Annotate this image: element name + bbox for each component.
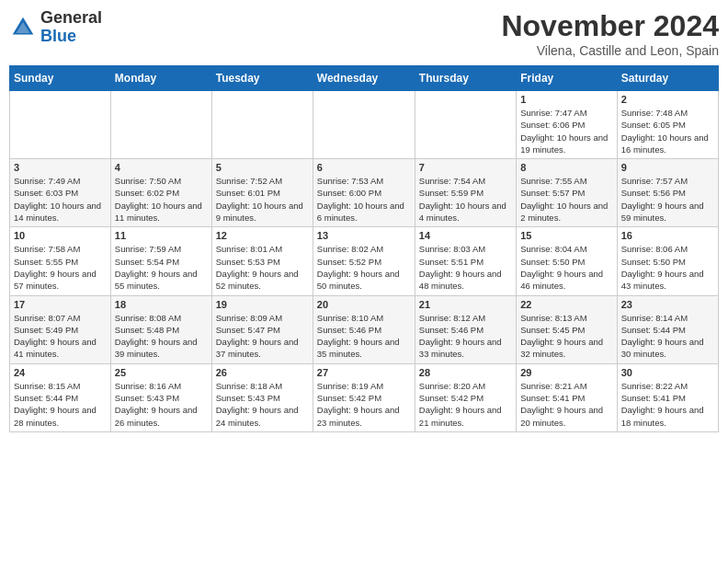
day-info: Sunrise: 8:15 AM Sunset: 5:44 PM Dayligh…	[14, 380, 107, 429]
calendar-day-cell: 19Sunrise: 8:09 AM Sunset: 5:47 PM Dayli…	[211, 295, 313, 363]
day-number: 14	[419, 230, 512, 241]
calendar-day-cell: 9Sunrise: 7:57 AM Sunset: 5:56 PM Daylig…	[617, 159, 718, 227]
calendar-day-cell: 13Sunrise: 8:02 AM Sunset: 5:52 PM Dayli…	[313, 227, 415, 295]
day-number: 9	[621, 162, 714, 173]
day-info: Sunrise: 8:22 AM Sunset: 5:41 PM Dayligh…	[621, 380, 714, 429]
location: Vilena, Castille and Leon, Spain	[501, 43, 719, 58]
day-number: 3	[14, 162, 107, 173]
title-block: November 2024 Vilena, Castille and Leon,…	[501, 9, 719, 58]
day-number: 28	[419, 367, 512, 378]
calendar-week-row: 3Sunrise: 7:49 AM Sunset: 6:03 PM Daylig…	[10, 159, 719, 227]
calendar-day-cell: 18Sunrise: 8:08 AM Sunset: 5:48 PM Dayli…	[110, 295, 211, 363]
calendar-week-row: 1Sunrise: 7:47 AM Sunset: 6:06 PM Daylig…	[10, 91, 719, 159]
day-number: 17	[14, 299, 107, 310]
day-info: Sunrise: 8:18 AM Sunset: 5:43 PM Dayligh…	[216, 380, 309, 429]
day-number: 24	[14, 367, 107, 378]
calendar-day-cell: 2Sunrise: 7:48 AM Sunset: 6:05 PM Daylig…	[617, 91, 718, 159]
day-number: 26	[216, 367, 309, 378]
day-number: 19	[216, 299, 309, 310]
calendar-day-cell: 22Sunrise: 8:13 AM Sunset: 5:45 PM Dayli…	[517, 295, 617, 363]
month-title: November 2024	[501, 9, 719, 43]
calendar-day-cell: 23Sunrise: 8:14 AM Sunset: 5:44 PM Dayli…	[617, 295, 718, 363]
day-info: Sunrise: 7:59 AM Sunset: 5:54 PM Dayligh…	[115, 243, 208, 292]
day-number: 2	[621, 94, 714, 105]
day-number: 29	[520, 367, 612, 378]
calendar-header-row: SundayMondayTuesdayWednesdayThursdayFrid…	[10, 66, 719, 91]
day-info: Sunrise: 8:09 AM Sunset: 5:47 PM Dayligh…	[216, 312, 309, 361]
calendar-day-cell: 29Sunrise: 8:21 AM Sunset: 5:41 PM Dayli…	[517, 363, 617, 431]
calendar-day-cell: 3Sunrise: 7:49 AM Sunset: 6:03 PM Daylig…	[10, 159, 111, 227]
calendar-day-cell: 16Sunrise: 8:06 AM Sunset: 5:50 PM Dayli…	[617, 227, 718, 295]
day-info: Sunrise: 8:20 AM Sunset: 5:42 PM Dayligh…	[419, 380, 512, 429]
calendar-day-cell	[10, 91, 111, 159]
calendar-week-row: 17Sunrise: 8:07 AM Sunset: 5:49 PM Dayli…	[10, 295, 719, 363]
calendar-day-cell: 27Sunrise: 8:19 AM Sunset: 5:42 PM Dayli…	[313, 363, 415, 431]
day-info: Sunrise: 7:55 AM Sunset: 5:57 PM Dayligh…	[520, 175, 612, 224]
day-info: Sunrise: 7:48 AM Sunset: 6:05 PM Dayligh…	[621, 107, 714, 155]
day-number: 22	[520, 299, 612, 310]
calendar-day-cell: 30Sunrise: 8:22 AM Sunset: 5:41 PM Dayli…	[617, 363, 718, 431]
day-number: 12	[216, 230, 309, 241]
day-info: Sunrise: 8:04 AM Sunset: 5:50 PM Dayligh…	[520, 243, 612, 292]
day-info: Sunrise: 8:07 AM Sunset: 5:49 PM Dayligh…	[14, 312, 107, 361]
calendar-day-cell: 6Sunrise: 7:53 AM Sunset: 6:00 PM Daylig…	[313, 159, 415, 227]
day-of-week-header: Saturday	[617, 66, 718, 91]
day-number: 7	[419, 162, 512, 173]
calendar-day-cell	[110, 91, 211, 159]
day-info: Sunrise: 7:50 AM Sunset: 6:02 PM Dayligh…	[115, 175, 208, 224]
day-info: Sunrise: 7:49 AM Sunset: 6:03 PM Dayligh…	[14, 175, 107, 224]
day-number: 21	[419, 299, 512, 310]
calendar-day-cell: 1Sunrise: 7:47 AM Sunset: 6:06 PM Daylig…	[517, 91, 617, 159]
day-info: Sunrise: 8:14 AM Sunset: 5:44 PM Dayligh…	[621, 312, 714, 361]
day-number: 25	[115, 367, 208, 378]
day-of-week-header: Tuesday	[211, 66, 313, 91]
calendar-table: SundayMondayTuesdayWednesdayThursdayFrid…	[9, 65, 719, 432]
day-info: Sunrise: 8:08 AM Sunset: 5:48 PM Dayligh…	[115, 312, 208, 361]
day-info: Sunrise: 7:58 AM Sunset: 5:55 PM Dayligh…	[14, 243, 107, 292]
day-of-week-header: Sunday	[10, 66, 111, 91]
day-number: 5	[216, 162, 309, 173]
day-number: 18	[115, 299, 208, 310]
logo-blue: Blue	[40, 27, 76, 45]
calendar-day-cell: 8Sunrise: 7:55 AM Sunset: 5:57 PM Daylig…	[517, 159, 617, 227]
calendar-day-cell: 28Sunrise: 8:20 AM Sunset: 5:42 PM Dayli…	[415, 363, 516, 431]
calendar-day-cell: 17Sunrise: 8:07 AM Sunset: 5:49 PM Dayli…	[10, 295, 111, 363]
calendar-week-row: 24Sunrise: 8:15 AM Sunset: 5:44 PM Dayli…	[10, 363, 719, 431]
day-number: 10	[14, 230, 107, 241]
calendar-day-cell: 11Sunrise: 7:59 AM Sunset: 5:54 PM Dayli…	[110, 227, 211, 295]
calendar-day-cell: 10Sunrise: 7:58 AM Sunset: 5:55 PM Dayli…	[10, 227, 111, 295]
day-info: Sunrise: 8:03 AM Sunset: 5:51 PM Dayligh…	[419, 243, 512, 292]
day-number: 11	[115, 230, 208, 241]
logo-icon	[9, 14, 37, 41]
calendar-day-cell: 12Sunrise: 8:01 AM Sunset: 5:53 PM Dayli…	[211, 227, 313, 295]
day-number: 16	[621, 230, 714, 241]
calendar-day-cell: 26Sunrise: 8:18 AM Sunset: 5:43 PM Dayli…	[211, 363, 313, 431]
calendar-week-row: 10Sunrise: 7:58 AM Sunset: 5:55 PM Dayli…	[10, 227, 719, 295]
day-info: Sunrise: 8:21 AM Sunset: 5:41 PM Dayligh…	[520, 380, 612, 429]
calendar-day-cell: 4Sunrise: 7:50 AM Sunset: 6:02 PM Daylig…	[110, 159, 211, 227]
day-info: Sunrise: 7:53 AM Sunset: 6:00 PM Dayligh…	[317, 175, 411, 224]
day-info: Sunrise: 7:52 AM Sunset: 6:01 PM Dayligh…	[216, 175, 309, 224]
calendar-day-cell: 24Sunrise: 8:15 AM Sunset: 5:44 PM Dayli…	[10, 363, 111, 431]
calendar-day-cell	[313, 91, 415, 159]
day-number: 8	[520, 162, 612, 173]
day-number: 6	[317, 162, 411, 173]
day-info: Sunrise: 8:19 AM Sunset: 5:42 PM Dayligh…	[317, 380, 411, 429]
calendar-day-cell	[415, 91, 516, 159]
calendar-day-cell: 14Sunrise: 8:03 AM Sunset: 5:51 PM Dayli…	[415, 227, 516, 295]
day-number: 30	[621, 367, 714, 378]
day-info: Sunrise: 8:02 AM Sunset: 5:52 PM Dayligh…	[317, 243, 411, 292]
logo-general: General	[40, 8, 102, 27]
calendar-day-cell: 25Sunrise: 8:16 AM Sunset: 5:43 PM Dayli…	[110, 363, 211, 431]
calendar-day-cell: 7Sunrise: 7:54 AM Sunset: 5:59 PM Daylig…	[415, 159, 516, 227]
day-of-week-header: Wednesday	[313, 66, 415, 91]
day-number: 27	[317, 367, 411, 378]
calendar-day-cell	[211, 91, 313, 159]
logo: General Blue	[9, 9, 102, 46]
logo-text: General Blue	[40, 9, 102, 46]
day-info: Sunrise: 8:16 AM Sunset: 5:43 PM Dayligh…	[115, 380, 208, 429]
day-number: 1	[520, 94, 612, 105]
day-of-week-header: Thursday	[415, 66, 516, 91]
day-number: 23	[621, 299, 714, 310]
day-info: Sunrise: 8:01 AM Sunset: 5:53 PM Dayligh…	[216, 243, 309, 292]
